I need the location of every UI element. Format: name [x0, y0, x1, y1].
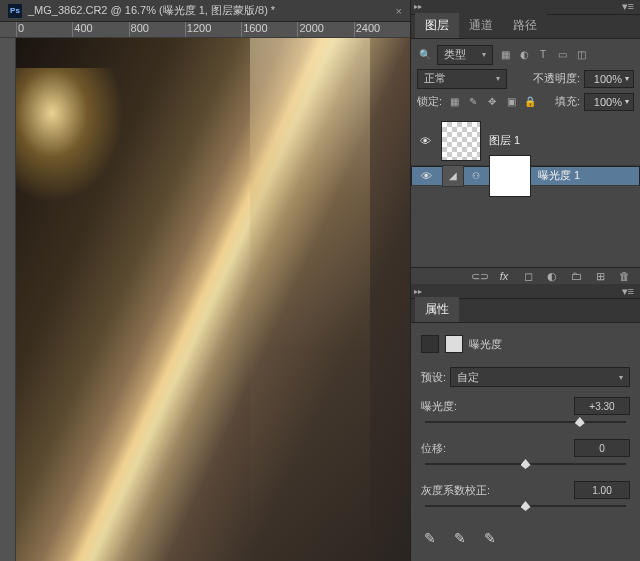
eyedropper-gray-icon[interactable]: ✎: [451, 529, 469, 547]
layers-footer: ⊂⊃ fx ◻ ◐ 🗀 ⊞ 🗑: [411, 267, 640, 284]
collapse-icon[interactable]: ▸▸: [411, 2, 425, 11]
preset-select[interactable]: 自定▾: [450, 367, 630, 387]
mask-thumbnail[interactable]: [490, 156, 530, 196]
blend-mode-select[interactable]: 正常▾: [417, 69, 507, 89]
filter-shape-icon[interactable]: ▭: [554, 47, 570, 63]
filter-icons: ▦ ◐ T ▭ ◫: [497, 47, 589, 63]
slider-label: 灰度系数校正:: [421, 483, 511, 498]
lock-all-icon[interactable]: 🔒: [522, 94, 538, 110]
link-layers-icon[interactable]: ⊂⊃: [472, 268, 488, 284]
slider-value-input[interactable]: 1.00: [574, 481, 630, 499]
canvas[interactable]: [16, 38, 410, 561]
filter-type-select[interactable]: 类型▾: [437, 45, 493, 65]
lock-pos-icon[interactable]: ✥: [484, 94, 500, 110]
slider-label: 曝光度:: [421, 399, 491, 414]
filter-type-icon[interactable]: T: [535, 47, 551, 63]
lock-label: 锁定:: [417, 94, 442, 109]
fill-label: 填充:: [555, 94, 580, 109]
slider-value-input[interactable]: +3.30: [574, 397, 630, 415]
tab-channels[interactable]: 通道: [459, 13, 503, 38]
tab-layers[interactable]: 图层: [415, 13, 459, 38]
slider-offset: 位移: 0: [421, 439, 630, 471]
eyedropper-row: ✎ ✎ ✎: [421, 523, 630, 553]
slider-track[interactable]: [425, 499, 626, 513]
tab-paths[interactable]: 路径: [503, 13, 547, 38]
opacity-label: 不透明度:: [533, 71, 580, 86]
mask-icon-small: [445, 335, 463, 353]
fill-input[interactable]: 100%▾: [584, 93, 634, 111]
group-icon[interactable]: 🗀: [568, 268, 584, 284]
adjustment-layer-icon[interactable]: ◐: [544, 268, 560, 284]
slider-value-input[interactable]: 0: [574, 439, 630, 457]
link-icon[interactable]: ⚇: [472, 171, 482, 181]
visibility-icon[interactable]: 👁: [418, 170, 434, 182]
layer-name[interactable]: 图层 1: [489, 133, 520, 148]
layer-name[interactable]: 曝光度 1: [538, 168, 580, 183]
new-layer-icon[interactable]: ⊞: [592, 268, 608, 284]
document-title: _MG_3862.CR2 @ 16.7% (曝光度 1, 图层蒙版/8) *: [28, 3, 275, 18]
slider-track[interactable]: [425, 415, 626, 429]
layer-thumbnail[interactable]: [441, 121, 481, 161]
lock-paint-icon[interactable]: ✎: [465, 94, 481, 110]
opacity-input[interactable]: 100%▾: [584, 70, 634, 88]
visibility-icon[interactable]: 👁: [417, 135, 433, 147]
fx-icon[interactable]: fx: [496, 268, 512, 284]
layers-tabs: 图层 通道 路径: [411, 15, 640, 39]
slider-gamma: 灰度系数校正: 1.00: [421, 481, 630, 513]
eyedropper-white-icon[interactable]: ✎: [481, 529, 499, 547]
ruler-horizontal[interactable]: 04008001200160020002400: [0, 22, 410, 38]
document-tab[interactable]: Ps _MG_3862.CR2 @ 16.7% (曝光度 1, 图层蒙版/8) …: [0, 0, 410, 22]
mask-icon[interactable]: ◻: [520, 268, 536, 284]
lock-trans-icon[interactable]: ▦: [446, 94, 462, 110]
slider-track[interactable]: [425, 457, 626, 471]
exposure-icon: [421, 335, 439, 353]
document-image: [16, 38, 410, 561]
filter-adjust-icon[interactable]: ◐: [516, 47, 532, 63]
slider-exposure: 曝光度: +3.30: [421, 397, 630, 429]
filter-smart-icon[interactable]: ◫: [573, 47, 589, 63]
ps-icon: Ps: [8, 4, 22, 18]
eyedropper-black-icon[interactable]: ✎: [421, 529, 439, 547]
preset-label: 预设:: [421, 370, 446, 385]
adjustment-icon[interactable]: ◢: [442, 165, 464, 187]
layer-list: 👁 图层 1 👁 ◢ ⚇ 曝光度 1: [411, 117, 640, 267]
close-tab-icon[interactable]: ×: [396, 5, 402, 17]
collapse-icon[interactable]: ▸▸: [411, 287, 425, 296]
properties-title: 曝光度: [421, 331, 630, 357]
filter-pixel-icon[interactable]: ▦: [497, 47, 513, 63]
panel-menu-icon[interactable]: ▾≡: [616, 285, 640, 298]
slider-label: 位移:: [421, 441, 491, 456]
search-icon[interactable]: 🔍: [417, 47, 433, 63]
panel-menu-icon[interactable]: ▾≡: [616, 0, 640, 13]
lock-artboard-icon[interactable]: ▣: [503, 94, 519, 110]
tab-properties[interactable]: 属性: [415, 297, 459, 322]
properties-tabs: 属性: [411, 299, 640, 323]
layer-row[interactable]: 👁 ◢ ⚇ 曝光度 1: [411, 166, 640, 186]
ruler-vertical[interactable]: [0, 38, 16, 561]
delete-icon[interactable]: 🗑: [616, 268, 632, 284]
